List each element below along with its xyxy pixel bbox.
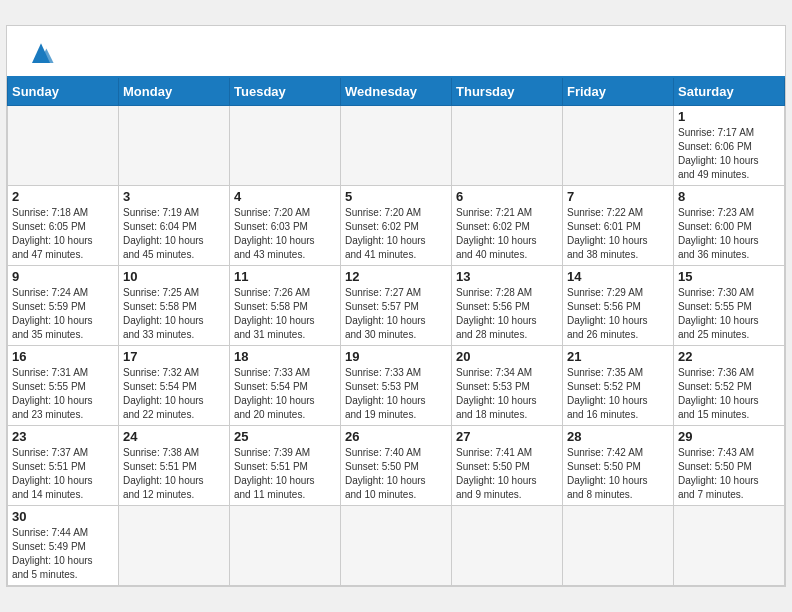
calendar-cell [8, 106, 119, 186]
weekday-header-friday: Friday [563, 77, 674, 106]
calendar-cell: 2Sunrise: 7:18 AM Sunset: 6:05 PM Daylig… [8, 186, 119, 266]
day-number: 24 [123, 429, 225, 444]
calendar-cell [230, 106, 341, 186]
calendar-cell: 28Sunrise: 7:42 AM Sunset: 5:50 PM Dayli… [563, 426, 674, 506]
day-number: 3 [123, 189, 225, 204]
day-number: 16 [12, 349, 114, 364]
day-info: Sunrise: 7:28 AM Sunset: 5:56 PM Dayligh… [456, 286, 558, 342]
calendar-cell: 7Sunrise: 7:22 AM Sunset: 6:01 PM Daylig… [563, 186, 674, 266]
calendar-cell: 8Sunrise: 7:23 AM Sunset: 6:00 PM Daylig… [674, 186, 785, 266]
day-info: Sunrise: 7:33 AM Sunset: 5:54 PM Dayligh… [234, 366, 336, 422]
calendar-cell: 9Sunrise: 7:24 AM Sunset: 5:59 PM Daylig… [8, 266, 119, 346]
day-info: Sunrise: 7:42 AM Sunset: 5:50 PM Dayligh… [567, 446, 669, 502]
day-info: Sunrise: 7:34 AM Sunset: 5:53 PM Dayligh… [456, 366, 558, 422]
calendar-cell: 24Sunrise: 7:38 AM Sunset: 5:51 PM Dayli… [119, 426, 230, 506]
day-number: 2 [12, 189, 114, 204]
day-info: Sunrise: 7:30 AM Sunset: 5:55 PM Dayligh… [678, 286, 780, 342]
day-info: Sunrise: 7:21 AM Sunset: 6:02 PM Dayligh… [456, 206, 558, 262]
calendar-cell: 6Sunrise: 7:21 AM Sunset: 6:02 PM Daylig… [452, 186, 563, 266]
day-info: Sunrise: 7:24 AM Sunset: 5:59 PM Dayligh… [12, 286, 114, 342]
calendar-cell: 14Sunrise: 7:29 AM Sunset: 5:56 PM Dayli… [563, 266, 674, 346]
logo-area [23, 36, 63, 72]
day-info: Sunrise: 7:41 AM Sunset: 5:50 PM Dayligh… [456, 446, 558, 502]
day-info: Sunrise: 7:22 AM Sunset: 6:01 PM Dayligh… [567, 206, 669, 262]
day-number: 23 [12, 429, 114, 444]
day-info: Sunrise: 7:36 AM Sunset: 5:52 PM Dayligh… [678, 366, 780, 422]
day-info: Sunrise: 7:33 AM Sunset: 5:53 PM Dayligh… [345, 366, 447, 422]
day-info: Sunrise: 7:27 AM Sunset: 5:57 PM Dayligh… [345, 286, 447, 342]
calendar-week-row: 1Sunrise: 7:17 AM Sunset: 6:06 PM Daylig… [8, 106, 785, 186]
day-number: 19 [345, 349, 447, 364]
calendar-cell: 27Sunrise: 7:41 AM Sunset: 5:50 PM Dayli… [452, 426, 563, 506]
day-info: Sunrise: 7:43 AM Sunset: 5:50 PM Dayligh… [678, 446, 780, 502]
calendar-cell: 25Sunrise: 7:39 AM Sunset: 5:51 PM Dayli… [230, 426, 341, 506]
calendar-cell: 29Sunrise: 7:43 AM Sunset: 5:50 PM Dayli… [674, 426, 785, 506]
day-number: 15 [678, 269, 780, 284]
day-info: Sunrise: 7:19 AM Sunset: 6:04 PM Dayligh… [123, 206, 225, 262]
calendar-cell: 19Sunrise: 7:33 AM Sunset: 5:53 PM Dayli… [341, 346, 452, 426]
day-number: 20 [456, 349, 558, 364]
day-number: 14 [567, 269, 669, 284]
day-info: Sunrise: 7:23 AM Sunset: 6:00 PM Dayligh… [678, 206, 780, 262]
day-number: 9 [12, 269, 114, 284]
calendar-cell [119, 106, 230, 186]
day-number: 28 [567, 429, 669, 444]
weekday-header-saturday: Saturday [674, 77, 785, 106]
day-info: Sunrise: 7:29 AM Sunset: 5:56 PM Dayligh… [567, 286, 669, 342]
day-number: 27 [456, 429, 558, 444]
calendar-cell [563, 506, 674, 586]
calendar-cell: 4Sunrise: 7:20 AM Sunset: 6:03 PM Daylig… [230, 186, 341, 266]
day-info: Sunrise: 7:37 AM Sunset: 5:51 PM Dayligh… [12, 446, 114, 502]
calendar-cell: 12Sunrise: 7:27 AM Sunset: 5:57 PM Dayli… [341, 266, 452, 346]
calendar-cell: 13Sunrise: 7:28 AM Sunset: 5:56 PM Dayli… [452, 266, 563, 346]
day-number: 1 [678, 109, 780, 124]
calendar-cell: 10Sunrise: 7:25 AM Sunset: 5:58 PM Dayli… [119, 266, 230, 346]
calendar-cell [674, 506, 785, 586]
calendar-cell: 26Sunrise: 7:40 AM Sunset: 5:50 PM Dayli… [341, 426, 452, 506]
day-number: 6 [456, 189, 558, 204]
day-info: Sunrise: 7:32 AM Sunset: 5:54 PM Dayligh… [123, 366, 225, 422]
weekday-header-wednesday: Wednesday [341, 77, 452, 106]
calendar-cell [341, 106, 452, 186]
day-info: Sunrise: 7:39 AM Sunset: 5:51 PM Dayligh… [234, 446, 336, 502]
calendar-cell: 23Sunrise: 7:37 AM Sunset: 5:51 PM Dayli… [8, 426, 119, 506]
day-number: 29 [678, 429, 780, 444]
calendar-cell: 3Sunrise: 7:19 AM Sunset: 6:04 PM Daylig… [119, 186, 230, 266]
day-number: 10 [123, 269, 225, 284]
day-info: Sunrise: 7:38 AM Sunset: 5:51 PM Dayligh… [123, 446, 225, 502]
calendar-cell: 15Sunrise: 7:30 AM Sunset: 5:55 PM Dayli… [674, 266, 785, 346]
day-number: 4 [234, 189, 336, 204]
calendar-week-row: 2Sunrise: 7:18 AM Sunset: 6:05 PM Daylig… [8, 186, 785, 266]
generalblue-logo-icon [23, 36, 59, 72]
calendar-week-row: 9Sunrise: 7:24 AM Sunset: 5:59 PM Daylig… [8, 266, 785, 346]
weekday-header-thursday: Thursday [452, 77, 563, 106]
day-info: Sunrise: 7:31 AM Sunset: 5:55 PM Dayligh… [12, 366, 114, 422]
calendar-cell [341, 506, 452, 586]
calendar-cell: 21Sunrise: 7:35 AM Sunset: 5:52 PM Dayli… [563, 346, 674, 426]
day-number: 30 [12, 509, 114, 524]
day-info: Sunrise: 7:26 AM Sunset: 5:58 PM Dayligh… [234, 286, 336, 342]
calendar-cell [452, 106, 563, 186]
calendar-week-row: 16Sunrise: 7:31 AM Sunset: 5:55 PM Dayli… [8, 346, 785, 426]
day-info: Sunrise: 7:35 AM Sunset: 5:52 PM Dayligh… [567, 366, 669, 422]
day-info: Sunrise: 7:18 AM Sunset: 6:05 PM Dayligh… [12, 206, 114, 262]
calendar-header [7, 26, 785, 76]
calendar-week-row: 30Sunrise: 7:44 AM Sunset: 5:49 PM Dayli… [8, 506, 785, 586]
day-number: 13 [456, 269, 558, 284]
calendar-cell [563, 106, 674, 186]
day-number: 5 [345, 189, 447, 204]
calendar-cell: 16Sunrise: 7:31 AM Sunset: 5:55 PM Dayli… [8, 346, 119, 426]
day-info: Sunrise: 7:44 AM Sunset: 5:49 PM Dayligh… [12, 526, 114, 582]
day-number: 12 [345, 269, 447, 284]
weekday-header-monday: Monday [119, 77, 230, 106]
day-number: 22 [678, 349, 780, 364]
day-number: 11 [234, 269, 336, 284]
calendar-cell: 5Sunrise: 7:20 AM Sunset: 6:02 PM Daylig… [341, 186, 452, 266]
calendar-cell: 17Sunrise: 7:32 AM Sunset: 5:54 PM Dayli… [119, 346, 230, 426]
calendar-table: SundayMondayTuesdayWednesdayThursdayFrid… [7, 76, 785, 586]
calendar-week-row: 23Sunrise: 7:37 AM Sunset: 5:51 PM Dayli… [8, 426, 785, 506]
calendar-cell: 11Sunrise: 7:26 AM Sunset: 5:58 PM Dayli… [230, 266, 341, 346]
calendar-cell: 30Sunrise: 7:44 AM Sunset: 5:49 PM Dayli… [8, 506, 119, 586]
calendar-cell: 22Sunrise: 7:36 AM Sunset: 5:52 PM Dayli… [674, 346, 785, 426]
calendar-cell [119, 506, 230, 586]
